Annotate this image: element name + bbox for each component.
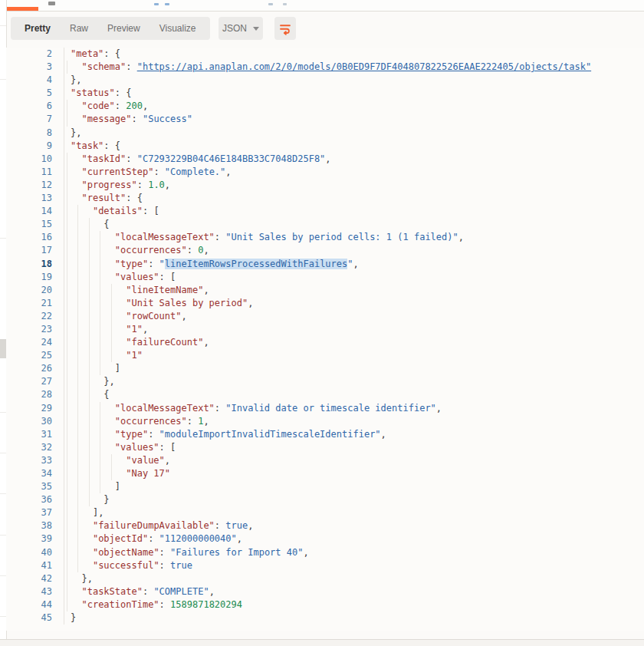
code-line[interactable]: 7 "message": "Success" (6, 113, 644, 126)
code-line[interactable]: 17 "occurrences": 0, (6, 244, 644, 257)
code-line[interactable]: 18 "type": "lineItemRowsProcessedWithFai… (6, 258, 644, 271)
code-line[interactable]: 8}, (6, 127, 644, 140)
indent-guide (67, 585, 67, 598)
code-line[interactable]: 13 "result": { (6, 192, 644, 205)
indent-guide (67, 388, 67, 401)
code-line[interactable]: 44 "creationTime": 1589871820294 (6, 598, 644, 611)
code-token: : (115, 101, 126, 111)
code-token: "taskId" (81, 153, 126, 164)
indent-guide (100, 480, 100, 493)
code-line[interactable]: 22 "rowCount", (6, 310, 644, 323)
code-line[interactable]: 14 "details": [ (6, 205, 644, 218)
line-number: 7 (6, 113, 64, 126)
code-line[interactable]: 41 "successful": true (6, 559, 644, 572)
code-line[interactable]: 38 "failureDumpAvailable": true, (6, 519, 644, 532)
code-line[interactable]: 34 "Nay 17" (6, 467, 644, 480)
code-editor[interactable]: 2"meta": {3 "schema": "https://api.anapl… (6, 48, 644, 631)
code-line-content: { (64, 218, 644, 231)
code-line[interactable]: 19 "values": [ (6, 271, 644, 284)
code-line[interactable]: 36 } (6, 493, 644, 506)
code-token: 200 (126, 101, 143, 111)
indent-guide (89, 362, 90, 375)
code-token: , (237, 533, 242, 544)
code-line[interactable]: 4}, (6, 74, 644, 87)
code-line[interactable]: 27 }, (6, 375, 644, 388)
code-line[interactable]: 32 "values": [ (6, 441, 644, 454)
indent-guide (67, 323, 67, 336)
code-line[interactable]: 21 "Unit Sales by period", (6, 297, 644, 310)
code-token: "COMPLETE" (153, 586, 209, 597)
code-token: , (248, 298, 253, 308)
code-line[interactable]: 16 "localMessageText": "Unit Sales by pe… (6, 231, 644, 244)
code-line[interactable]: 33 "value", (6, 454, 644, 467)
indent-guide (100, 323, 100, 336)
code-token: true (225, 520, 248, 531)
clipped-response-tabs-row (7, 0, 644, 12)
indent-guide (100, 467, 100, 480)
clipped-text-fragment (154, 3, 159, 5)
code-line[interactable]: 26 ] (6, 362, 644, 375)
code-line[interactable]: 40 "objectName": "Failures for Import 40… (6, 546, 644, 559)
indent-guide (89, 467, 90, 480)
code-line[interactable]: 29 "localMessageText": "Invalid date or … (6, 402, 644, 415)
code-line[interactable]: 28 { (6, 388, 644, 401)
code-line[interactable]: 12 "progress": 1.0, (6, 179, 644, 192)
code-line-content: "localMessageText": "Invalid date or tim… (64, 402, 644, 415)
line-number: 40 (6, 546, 64, 559)
code-line[interactable]: 23 "1", (6, 323, 644, 336)
code-token: , (325, 153, 330, 164)
code-line[interactable]: 39 "objectId": "112000000040", (6, 532, 644, 545)
code-line-content: "Unit Sales by period", (64, 297, 644, 310)
code-token: : { (115, 87, 132, 98)
code-line[interactable]: 5"status": { (6, 87, 644, 100)
code-token: , (458, 232, 464, 242)
code-line[interactable]: 6 "code": 200, (6, 100, 644, 113)
code-line[interactable]: 30 "occurrences": 1, (6, 415, 644, 428)
code-line[interactable]: 31 "type": "moduleImportInvalidTimescale… (6, 428, 644, 441)
indent-guide (77, 284, 78, 297)
active-tab-underline (7, 7, 38, 11)
indent-guide (100, 402, 100, 415)
code-token: 1589871820294 (170, 599, 242, 610)
indent-guide (77, 349, 78, 362)
code-line[interactable]: 42 }, (6, 572, 644, 585)
code-line[interactable]: 24 "failureCount", (6, 336, 644, 349)
tab-visualize[interactable]: Visualize (159, 23, 196, 34)
code-line[interactable]: 10 "taskId": "C7293229B04C46E184BB33C704… (6, 153, 644, 166)
code-line[interactable]: 45} (6, 611, 644, 625)
indent-guide (67, 441, 67, 454)
code-token: "rowCount" (126, 311, 181, 321)
code-line[interactable]: 25 "1" (6, 349, 644, 362)
chevron-down-icon (253, 27, 259, 31)
indent-guide (100, 349, 100, 362)
tab-pretty[interactable]: Pretty (25, 23, 51, 34)
tab-raw[interactable]: Raw (70, 23, 88, 34)
rail-scroll-thumb[interactable] (0, 339, 6, 358)
code-line[interactable]: 15 { (6, 218, 644, 231)
code-token: : (137, 180, 148, 190)
line-number: 34 (6, 467, 64, 480)
code-line[interactable]: 3 "schema": "https://api.anaplan.com/2/0… (6, 61, 644, 74)
code-line[interactable]: 43 "taskState": "COMPLETE", (6, 585, 644, 598)
code-token: "C7293229B04C46E184BB33C7048D25F8" (137, 153, 326, 164)
line-number: 37 (6, 506, 64, 519)
line-number: 35 (6, 480, 64, 493)
language-select[interactable]: JSON (219, 17, 263, 40)
code-line[interactable]: 2"meta": { (6, 48, 644, 61)
tab-preview[interactable]: Preview (107, 23, 140, 34)
indent-guide (89, 284, 90, 297)
indent-guide (67, 297, 67, 310)
code-token: "result" (81, 193, 126, 203)
code-token: : (159, 547, 170, 558)
code-line[interactable]: 20 "lineItemName", (6, 284, 644, 297)
schema-url-link[interactable]: "https://api.anaplan.com/2/0/models/0B0E… (137, 61, 591, 72)
code-line[interactable]: 11 "currentStep": "Complete.", (6, 166, 644, 179)
indent-guide (89, 231, 90, 244)
code-line[interactable]: 9"task": { (6, 140, 644, 153)
wrap-text-button[interactable] (274, 17, 296, 40)
code-line[interactable]: 35 ] (6, 480, 644, 493)
indent-guide (77, 506, 78, 519)
code-token: "type" (115, 429, 148, 440)
code-line[interactable]: 37 ], (6, 506, 644, 519)
indent-guide (111, 349, 112, 362)
